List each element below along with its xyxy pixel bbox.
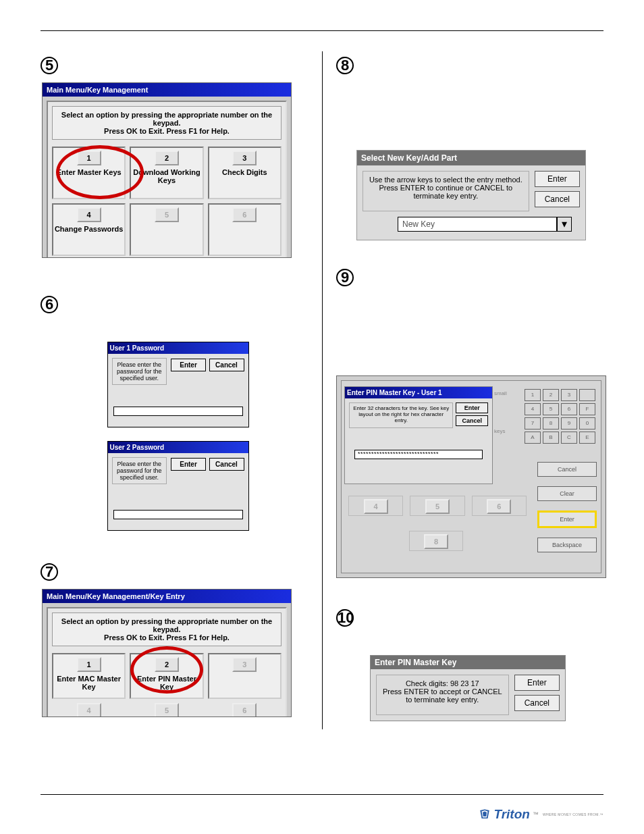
keypad-key[interactable]: 8 [543,417,559,429]
keypad-key[interactable]: 7 [525,417,541,429]
keypad-key[interactable]: A [525,432,541,444]
keypad-key[interactable]: 6 [561,403,577,415]
step-8-number: 8 [336,57,354,74]
step7-screenshot: Main Menu/Key Management/Key Entry Selec… [42,589,292,717]
window-title: Main Menu/Key Management [43,83,291,97]
option-1-cell[interactable]: 1 Enter Master Keys [52,147,126,199]
enter-button[interactable]: Enter [456,402,488,413]
cancel-button[interactable]: Cancel [209,458,244,471]
cancel-button[interactable]: Cancel [535,191,580,207]
option-6-cell: 6 [208,203,281,256]
keypad-key[interactable]: 4 [525,403,541,415]
step-6-number: 6 [41,296,58,313]
instructions: Select an option by pressing the appropr… [52,613,281,646]
brand-tagline: WHERE MONEY COMES FROM.™ [543,812,603,816]
option-1-cell[interactable]: 1 Enter MAC Master Key [52,653,126,699]
keypad-key[interactable]: E [579,432,595,444]
option-4-cell[interactable]: 4 Change Passwords [52,203,126,256]
backspace-button[interactable]: Backspace [537,538,597,552]
keypad-key[interactable]: B [543,432,559,444]
cancel-button[interactable]: Cancel [537,462,597,477]
dialog-message: Enter 32 characters for the key. See key… [349,402,453,428]
user1-password-dialog: User 1 Password Please enter the passwor… [107,342,249,427]
key-input[interactable]: ****************************** [354,450,483,459]
cancel-button[interactable]: Cancel [514,695,560,711]
option-2-cell[interactable]: 2 Enter PIN Master Key [130,653,203,699]
dialog-title: User 2 Password [108,442,248,453]
option-5-cell: 5 [130,203,203,256]
instructions: Select an option by pressing the appropr… [52,106,281,140]
step-9-number: 9 [336,269,354,286]
keypad-key[interactable]: 5 [543,403,559,415]
window-title: Main Menu/Key Management/Key Entry [43,590,291,603]
step-10-number: 10 [336,609,354,627]
password-input[interactable] [113,510,243,519]
step9-screenshot: Enter PIN Master Key - User 1 Enter 32 c… [336,375,606,578]
keys-label: keys [494,428,505,434]
confirm-pin-key-dialog: Enter PIN Master Key Check digits: 98 23… [370,655,566,721]
enter-button[interactable]: Enter [171,359,206,371]
user2-password-dialog: User 2 Password Please enter the passwor… [107,441,249,531]
keypad-key[interactable]: F [579,403,595,415]
keypad-key[interactable]: 1 [525,389,541,401]
cancel-button[interactable]: Cancel [456,415,488,426]
enter-button[interactable]: Enter [171,458,206,471]
keypad-key[interactable]: 0 [579,417,595,429]
dialog-title: Enter PIN Master Key [371,656,565,669]
clear-button[interactable]: Clear [537,486,597,501]
enter-button[interactable]: Enter [535,171,580,187]
keypad-key[interactable]: 9 [561,417,577,429]
option-3-cell: 3 [208,653,281,699]
enter-button[interactable]: Enter [514,675,560,691]
step-5-number: 5 [41,57,58,74]
dialog-title: Enter PIN Master Key - User 1 [345,387,492,398]
keypad-key[interactable]: C [561,432,577,444]
keypad-key[interactable]: 2 [543,389,559,401]
dialog-title: User 1 Password [108,342,248,354]
key-method-dropdown[interactable]: New Key ▾ [398,217,572,232]
step-7-number: 7 [41,563,58,581]
footer-logo: Triton™ WHERE MONEY COMES FROM.™ [479,807,603,822]
small-label: small [494,390,507,396]
option-3-cell[interactable]: 3 Check Digits [208,147,281,199]
select-new-key-dialog: Select New Key/Add Part Use the arrow ke… [356,150,586,240]
dialog-title: Select New Key/Add Part [357,151,585,165]
chevron-down-icon[interactable]: ▾ [557,217,572,232]
cancel-button[interactable]: Cancel [209,359,244,371]
dialog-message: Check digits: 98 23 17 Press ENTER to ac… [376,675,509,715]
pin-master-key-dialog: Enter PIN Master Key - User 1 Enter 32 c… [344,386,493,484]
hex-keypad: 1 2 3 4 5 6 F 7 8 9 0 A B C [525,389,595,444]
brand-name: Triton [493,807,529,822]
step5-screenshot: Main Menu/Key Management Select an optio… [42,82,292,258]
password-input[interactable] [113,407,243,416]
option-2-cell[interactable]: 2 Download Working Keys [130,147,203,199]
triton-logo-icon [479,808,491,820]
keypad-key[interactable] [579,389,595,401]
keypad-key[interactable]: 3 [561,389,577,401]
enter-button[interactable]: Enter [537,511,597,528]
dialog-message: Use the arrow keys to select the entry m… [363,171,529,211]
